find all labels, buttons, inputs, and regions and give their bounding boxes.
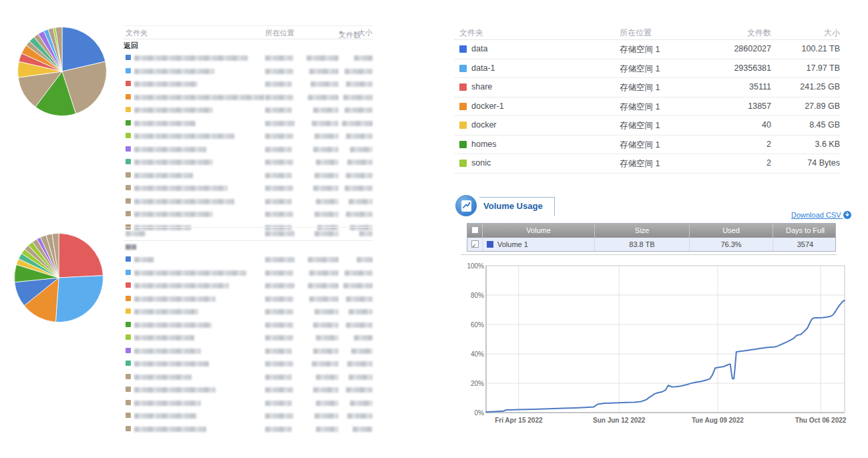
column-header-location[interactable]: 所在位置 bbox=[265, 28, 294, 38]
folder-row[interactable] bbox=[124, 345, 373, 358]
redacted-location bbox=[265, 147, 292, 152]
column-header-folder[interactable]: 文件夹 bbox=[126, 28, 148, 38]
folder-color-swatch bbox=[126, 270, 131, 275]
folder-color-swatch bbox=[126, 81, 131, 86]
folder-row[interactable] bbox=[124, 143, 373, 156]
folder-row[interactable] bbox=[124, 383, 373, 397]
redacted-size bbox=[346, 387, 373, 393]
folder-color-swatch bbox=[126, 296, 131, 301]
redacted-file-count bbox=[316, 375, 339, 380]
folder-row[interactable] bbox=[124, 156, 373, 169]
redacted-folder-name bbox=[134, 173, 193, 178]
redacted-folder-name bbox=[134, 147, 206, 152]
folder-row[interactable] bbox=[124, 117, 373, 130]
shared-folder-row[interactable]: docker存储空间 1408.45 GB bbox=[454, 116, 840, 136]
folder-row[interactable] bbox=[124, 195, 373, 208]
folder-color-swatch bbox=[459, 141, 467, 148]
volume-used: 76.3% bbox=[690, 238, 773, 251]
redacted-location bbox=[265, 69, 293, 74]
folder-size: 8.45 GB bbox=[809, 120, 840, 130]
column-header-days-to-full[interactable]: Days to Full bbox=[773, 224, 837, 238]
folder-color-swatch bbox=[126, 107, 131, 112]
folder-color-swatch bbox=[459, 83, 467, 91]
download-icon bbox=[843, 211, 851, 219]
folder-color-swatch bbox=[126, 68, 131, 73]
back-link[interactable]: 返回 bbox=[124, 39, 373, 51]
folder-row[interactable] bbox=[124, 51, 373, 65]
redacted-location bbox=[265, 107, 292, 113]
download-csv-link[interactable]: Download CSV bbox=[791, 211, 851, 219]
redacted-location bbox=[265, 270, 293, 276]
folder-row[interactable] bbox=[124, 65, 373, 78]
folder-row[interactable] bbox=[124, 169, 373, 182]
folder-color-swatch bbox=[126, 322, 131, 327]
redacted-size bbox=[350, 147, 373, 152]
volume-checkbox-cell[interactable] bbox=[467, 238, 483, 251]
folder-file-count: 2 bbox=[767, 140, 771, 149]
folder-row[interactable] bbox=[124, 130, 373, 143]
shared-folder-row[interactable]: data存储空间 128602027100.21 TB bbox=[454, 40, 840, 59]
table-shadow-line bbox=[461, 254, 837, 255]
folder-row[interactable] bbox=[124, 208, 373, 221]
redacted-size bbox=[349, 199, 373, 204]
redacted-size bbox=[347, 413, 373, 419]
folder-row[interactable] bbox=[124, 357, 373, 371]
folder-file-count: 13857 bbox=[748, 101, 771, 111]
column-header-size[interactable]: Size bbox=[595, 224, 690, 238]
folder-row[interactable] bbox=[124, 103, 373, 117]
redacted-file-count bbox=[313, 322, 339, 328]
folder-name: homes bbox=[471, 140, 497, 149]
folder-row[interactable] bbox=[124, 91, 373, 104]
redacted-folder-name bbox=[134, 309, 198, 314]
folder-row[interactable] bbox=[124, 397, 373, 410]
folder-row[interactable] bbox=[124, 77, 373, 91]
shared-folder-row[interactable]: sonic存储空间 1274 Bytes bbox=[454, 154, 840, 174]
folder-table-bottom-header bbox=[124, 227, 373, 241]
folder-row[interactable] bbox=[124, 266, 373, 280]
column-header-size[interactable]: 大小 bbox=[358, 28, 373, 38]
folder-row[interactable] bbox=[124, 423, 373, 436]
shared-folder-row[interactable]: share存储空间 135111241.25 GB bbox=[454, 78, 840, 97]
redacted-header-count bbox=[314, 231, 339, 236]
redacted-folder-name bbox=[134, 81, 198, 87]
folder-row[interactable] bbox=[124, 318, 373, 332]
redacted-location bbox=[265, 55, 293, 61]
folder-color-swatch bbox=[459, 45, 467, 53]
folder-color-swatch bbox=[126, 400, 131, 405]
shared-folder-row[interactable]: docker-1存储空间 11385727.89 GB bbox=[454, 97, 840, 117]
folder-row[interactable] bbox=[124, 371, 373, 384]
column-header-location[interactable]: 所在位置 bbox=[620, 27, 652, 39]
folder-color-swatch bbox=[126, 185, 131, 190]
select-all-checkbox-cell[interactable] bbox=[467, 224, 483, 238]
folder-color-swatch bbox=[126, 172, 131, 178]
redacted-folder-name bbox=[134, 296, 216, 302]
folder-color-swatch bbox=[126, 361, 131, 366]
redacted-file-count bbox=[313, 186, 339, 191]
column-header-used[interactable]: Used bbox=[690, 224, 773, 238]
folder-size: 100.21 TB bbox=[802, 44, 840, 53]
redacted-location bbox=[265, 186, 293, 191]
folder-row[interactable] bbox=[124, 279, 373, 292]
folder-color-swatch bbox=[126, 413, 131, 418]
column-header-folder[interactable]: 文件夹 bbox=[459, 27, 483, 39]
redacted-file-count bbox=[309, 296, 339, 302]
shared-folder-row[interactable]: data-1存储空间 12935638117.97 TB bbox=[454, 59, 840, 79]
redacted-size bbox=[349, 309, 373, 314]
folder-row[interactable] bbox=[124, 253, 373, 266]
redacted-file-count bbox=[313, 107, 339, 113]
shared-folder-row[interactable]: homes存储空间 123.6 KB bbox=[454, 136, 840, 155]
column-header-count[interactable]: 文件数 bbox=[747, 27, 771, 39]
redacted-folder-name bbox=[134, 349, 201, 354]
folder-row[interactable] bbox=[124, 305, 373, 318]
folder-row[interactable] bbox=[124, 292, 373, 306]
redacted-location bbox=[265, 349, 292, 354]
redacted-location bbox=[265, 283, 294, 288]
volume-row[interactable]: Volume 1 83.8 TB 76.3% 3574 bbox=[467, 238, 835, 251]
folder-row[interactable] bbox=[124, 409, 373, 423]
column-header-size[interactable]: 大小 bbox=[824, 27, 840, 39]
folder-row[interactable] bbox=[124, 331, 373, 345]
column-header-volume[interactable]: Volume bbox=[483, 224, 595, 238]
redacted-folder-name bbox=[134, 199, 234, 204]
back-link-redacted[interactable] bbox=[124, 241, 373, 253]
folder-row[interactable] bbox=[124, 182, 373, 195]
